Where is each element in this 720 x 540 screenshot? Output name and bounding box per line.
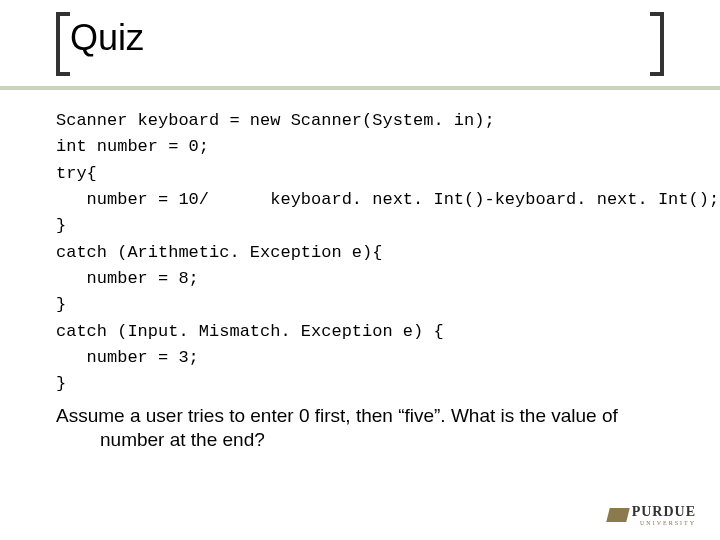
footer: PURDUE UNIVERSITY xyxy=(608,505,696,527)
code-line: } xyxy=(56,216,66,235)
code-line: catch (Arithmetic. Exception e){ xyxy=(56,243,382,262)
brand-sub: UNIVERSITY xyxy=(632,520,696,526)
purdue-mark-icon xyxy=(606,508,629,522)
slide-content: Scanner keyboard = new Scanner(System. i… xyxy=(56,108,676,453)
slide: Quiz Scanner keyboard = new Scanner(Syst… xyxy=(0,0,720,540)
code-line: catch (Input. Mismatch. Exception e) { xyxy=(56,322,444,341)
code-line: int number = 0; xyxy=(56,137,209,156)
question-line: Assume a user tries to enter 0 first, th… xyxy=(56,405,618,426)
question-text: Assume a user tries to enter 0 first, th… xyxy=(56,404,676,453)
logo-text-wrap: PURDUE UNIVERSITY xyxy=(632,505,696,526)
code-line: try{ xyxy=(56,164,97,183)
question-line: number at the end? xyxy=(56,428,676,453)
bracket-left-icon xyxy=(56,12,70,76)
divider xyxy=(0,86,720,90)
code-line: Scanner keyboard = new Scanner(System. i… xyxy=(56,111,495,130)
title-container: Quiz xyxy=(56,8,664,76)
slide-title: Quiz xyxy=(70,14,650,58)
code-line: } xyxy=(56,295,66,314)
bracket-right-icon xyxy=(650,12,664,76)
code-line: } xyxy=(56,374,66,393)
brand-name: PURDUE xyxy=(632,505,696,519)
code-line: number = 8; xyxy=(56,269,199,288)
code-block: Scanner keyboard = new Scanner(System. i… xyxy=(56,108,676,398)
purdue-logo: PURDUE UNIVERSITY xyxy=(608,505,696,526)
code-line: number = 3; xyxy=(56,348,199,367)
code-line: number = 10/ keyboard. next. Int()-keybo… xyxy=(56,190,719,209)
